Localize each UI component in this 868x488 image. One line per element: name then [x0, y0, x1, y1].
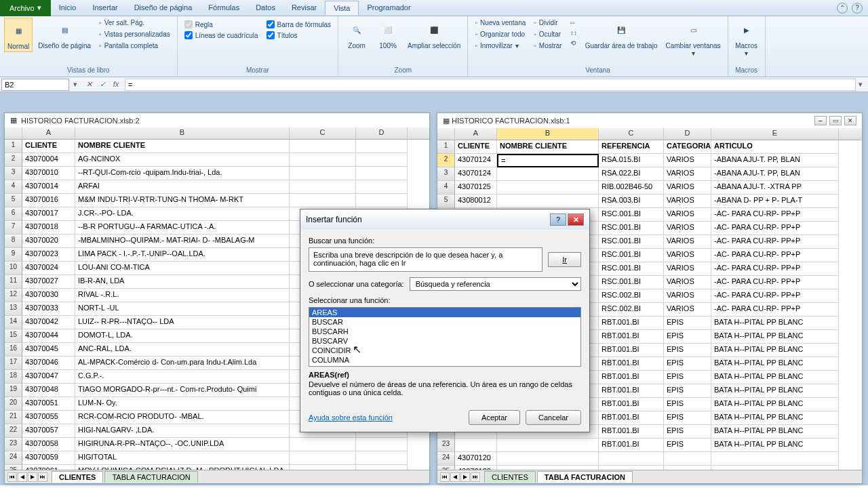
- cell[interactable]: EPIS: [664, 344, 711, 357]
- cell[interactable]: BATA H--PITAL PP BLANC: [711, 357, 839, 371]
- cell[interactable]: 43070017: [22, 207, 75, 221]
- page-layout-button[interactable]: ▤ Diseño de página: [35, 18, 94, 51]
- cell[interactable]: 43070120: [455, 466, 497, 470]
- cell[interactable]: [290, 153, 356, 167]
- cell[interactable]: RSC.001.BI: [599, 276, 664, 289]
- enter-formula-icon[interactable]: ✓: [96, 80, 108, 89]
- normal-view-button[interactable]: ▦ Normal: [4, 18, 33, 52]
- cell[interactable]: [290, 180, 356, 194]
- cell[interactable]: RBT.001.BI: [599, 330, 664, 344]
- sheet-nav-last[interactable]: ⏭: [38, 472, 47, 482]
- column-header[interactable]: C: [599, 128, 664, 140]
- ok-button[interactable]: Aceptar: [469, 410, 520, 425]
- cell[interactable]: 43070023: [22, 248, 75, 262]
- header-cell[interactable]: CLIENTE: [455, 140, 497, 154]
- header-cell[interactable]: [356, 140, 408, 153]
- freeze-panes-button[interactable]: ▫Inmovilizar ▾: [472, 41, 528, 51]
- cell[interactable]: [290, 451, 356, 465]
- cell[interactable]: VARIOS: [664, 154, 711, 167]
- header-cell[interactable]: CLIENTE: [22, 140, 75, 153]
- file-tab[interactable]: Archivo ▾: [0, 0, 51, 16]
- cell[interactable]: EPIS: [664, 384, 711, 398]
- cell[interactable]: ANC-RAL, LDA.: [75, 343, 290, 357]
- name-box[interactable]: [1, 79, 69, 91]
- cell[interactable]: VARIOS: [664, 262, 711, 276]
- cell[interactable]: NORT-L -UL: [75, 302, 290, 316]
- ruler-checkbox[interactable]: Regla: [184, 20, 258, 28]
- tab-programador[interactable]: Programador: [359, 1, 418, 15]
- cell[interactable]: [664, 452, 711, 466]
- cell[interactable]: --B-R PORTUGU--A FARMAC-UTICA -.A.: [75, 221, 290, 235]
- cell[interactable]: VARIOS: [664, 276, 711, 289]
- hide-button[interactable]: ▫Ocultar: [531, 29, 564, 39]
- cell[interactable]: 43070047: [22, 370, 75, 384]
- cell[interactable]: AL-MPACK-Comércio d- Con-um.para Indu-t.…: [75, 357, 290, 370]
- cell[interactable]: [455, 439, 497, 452]
- category-select[interactable]: Búsqueda y referencia: [410, 277, 581, 291]
- cell[interactable]: EPIS: [664, 371, 711, 384]
- cell[interactable]: [290, 465, 356, 470]
- cell[interactable]: HIGIRUNA-R-PR--NTAÇO--, -OC.UNIP.LDA: [75, 438, 290, 451]
- cell[interactable]: DOMOT-L, LDA.: [75, 329, 290, 343]
- cell[interactable]: LIMA PACK - I.-.P.-T.-UNIP--OAL.LDA.: [75, 248, 290, 262]
- cell[interactable]: BATA H--PITAL PP BLANC: [711, 398, 839, 411]
- zoom-button[interactable]: 🔍Zoom: [342, 18, 371, 51]
- tab-insertar[interactable]: Insertar: [84, 1, 125, 15]
- cell[interactable]: [290, 194, 356, 207]
- tab-fórmulas[interactable]: Fórmulas: [200, 1, 248, 15]
- cell[interactable]: 43070030: [22, 289, 75, 302]
- cell[interactable]: -AC- PARA CU-RP- PP+P: [711, 249, 839, 262]
- cell[interactable]: RCR-COM-RCIO PRODUTO- -MBAL.: [75, 411, 290, 424]
- cell[interactable]: --RT-QUI-Com-rcio -quipam.Indu-triai-, L…: [75, 167, 290, 180]
- cell[interactable]: 43070018: [22, 221, 75, 235]
- cell[interactable]: BATA H--PITAL PP BLANC: [711, 344, 839, 357]
- cell[interactable]: 43070057: [22, 424, 75, 438]
- tab-diseño-de-página[interactable]: Diseño de página: [126, 1, 201, 15]
- cell[interactable]: 43070027: [22, 275, 75, 289]
- cell[interactable]: [356, 167, 408, 180]
- cell[interactable]: M&M INDU-TRI-V-RTR-TUNG-N THOMA- M-RKT: [75, 194, 290, 207]
- cell[interactable]: RBT.001.BI: [599, 384, 664, 398]
- cancel-formula-icon[interactable]: ✕: [83, 80, 95, 89]
- reset-pos-icon[interactable]: ⟲: [568, 38, 580, 48]
- cell[interactable]: -AC- PARA CU-RP- PP+P: [711, 262, 839, 276]
- cell[interactable]: HIGITOTAL: [75, 451, 290, 465]
- go-button[interactable]: Ir: [548, 252, 581, 267]
- cell[interactable]: VARIOS: [664, 289, 711, 303]
- cell[interactable]: BATA H--PITAL PP BLANC: [711, 317, 839, 330]
- cell[interactable]: RSC.002.BI: [599, 289, 664, 303]
- cell[interactable]: -AC- PARA CU-RP- PP+P: [711, 208, 839, 222]
- cell[interactable]: EPIS: [664, 317, 711, 330]
- cell[interactable]: [664, 466, 711, 470]
- cell[interactable]: 43070004: [22, 153, 75, 167]
- cell[interactable]: EPIS: [664, 330, 711, 344]
- function-help-link[interactable]: Ayuda sobre esta función: [309, 413, 393, 422]
- column-header[interactable]: B: [75, 127, 290, 139]
- cell[interactable]: 43070020: [22, 235, 75, 248]
- cell[interactable]: -MBALMINHO--QUIPAM.- MAT-RIAI- D- -MBALA…: [75, 235, 290, 248]
- cell[interactable]: VARIOS: [664, 181, 711, 195]
- sheet-nav-next[interactable]: ▶: [460, 472, 470, 482]
- cell[interactable]: LUIZ-- R-PR---NTAÇO-- LDA: [75, 316, 290, 329]
- cell[interactable]: 43070045: [22, 343, 75, 357]
- new-window-button[interactable]: ▫Nueva ventana: [472, 18, 528, 28]
- cell[interactable]: MOV-LQUIMICA-COM-RCIALIZ.D- M.- PRODUT.H…: [75, 465, 290, 470]
- cell[interactable]: J.CR-.-PO- LDA.: [75, 207, 290, 221]
- search-function-input[interactable]: Escriba una breve descripción de lo que …: [309, 247, 542, 272]
- cell[interactable]: 43070046: [22, 357, 75, 370]
- header-cell[interactable]: CATEGORIA: [664, 140, 711, 154]
- cell[interactable]: LOU-ANI CO-M-TICA: [75, 262, 290, 275]
- sheet-nav-last[interactable]: ⏭: [471, 472, 480, 482]
- cell[interactable]: VARIOS: [664, 167, 711, 181]
- page-break-button[interactable]: ▫Ver salt. Pág.: [96, 18, 173, 28]
- cell[interactable]: RSC.001.BI: [599, 235, 664, 249]
- cell[interactable]: [356, 465, 408, 470]
- cell[interactable]: RSC.002.BI: [599, 303, 664, 317]
- cell[interactable]: RBT.001.BI: [599, 398, 664, 411]
- cell[interactable]: RIVAL -.R.L.: [75, 289, 290, 302]
- tab-vista[interactable]: Vista: [325, 1, 359, 15]
- column-header[interactable]: A: [455, 128, 497, 140]
- cell[interactable]: C.G.P.-.: [75, 370, 290, 384]
- cell[interactable]: RSC.001.BI: [599, 262, 664, 276]
- zoom-100-button[interactable]: ⬜100%: [374, 18, 402, 51]
